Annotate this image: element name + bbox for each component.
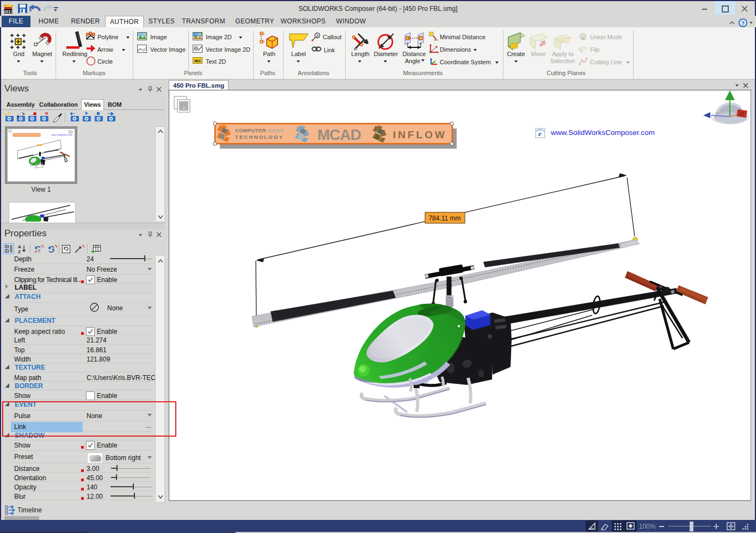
svg-text:www.SolidWorksComposer.com: www.SolidWorksComposer.com bbox=[550, 128, 655, 137]
svg-text:A: A bbox=[18, 244, 21, 249]
svg-text:INFLOW: INFLOW bbox=[393, 129, 447, 140]
svg-text:A: A bbox=[316, 34, 319, 38]
svg-text:Z: Z bbox=[18, 249, 21, 253]
svg-text:TECHNOLOGY: TECHNOLOGY bbox=[235, 134, 284, 140]
svg-text:e: e bbox=[538, 130, 542, 138]
svg-text:abc: abc bbox=[194, 59, 201, 63]
svg-text:?: ? bbox=[741, 20, 745, 27]
svg-text:www.solidworks.com: www.solidworks.com bbox=[51, 133, 72, 136]
svg-text:COMPUTER AIDED: COMPUTER AIDED bbox=[235, 127, 284, 133]
svg-text:MCAD: MCAD bbox=[317, 126, 361, 143]
svg-text:E: E bbox=[38, 249, 41, 253]
svg-text:784.11 mm: 784.11 mm bbox=[428, 215, 460, 222]
